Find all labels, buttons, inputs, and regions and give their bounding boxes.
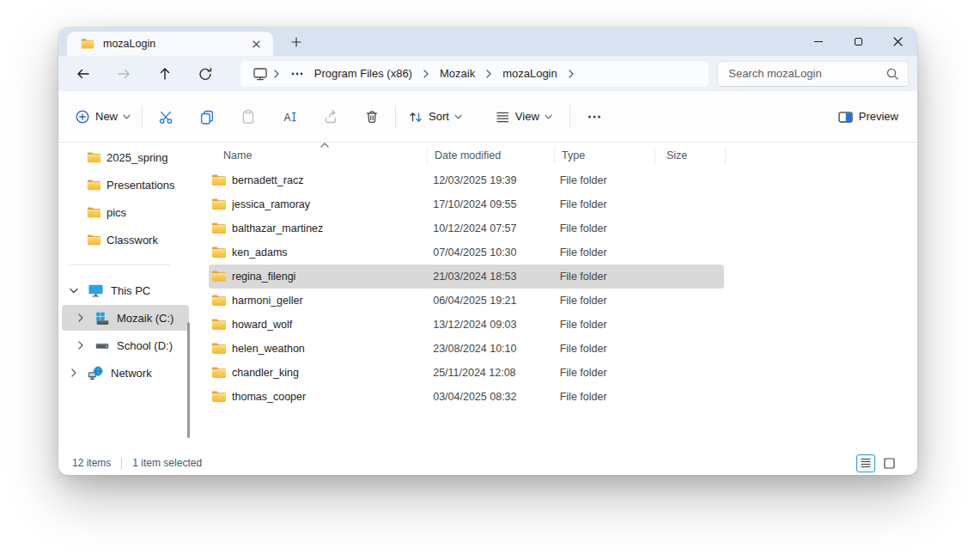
chevron-right-icon[interactable]: [74, 341, 88, 350]
file-row[interactable]: helen_weathon 23/08/2024 10:10 File fold…: [209, 337, 724, 361]
breadcrumb-item[interactable]: Mozaik: [435, 67, 480, 80]
sidebar-scrollbar[interactable]: [187, 322, 190, 438]
preview-button[interactable]: Preview: [831, 101, 898, 132]
refresh-icon: [198, 66, 213, 82]
file-row[interactable]: howard_wolf 13/12/2024 09:03 File folder: [209, 313, 724, 337]
view-button[interactable]: View: [488, 101, 559, 132]
sidebar-item-label: This PC: [111, 284, 150, 297]
tab-strip: mozaLogin: [58, 27, 917, 56]
search-input[interactable]: [728, 67, 886, 80]
minimize-button[interactable]: [799, 27, 838, 56]
forward-button[interactable]: [109, 59, 137, 88]
chevron-right-icon[interactable]: [417, 70, 435, 78]
sidebar-item-folder[interactable]: Presentations: [62, 172, 189, 198]
drive-c-icon: [94, 311, 110, 326]
file-row[interactable]: harmoni_geller 06/04/2025 19:21 File fol…: [209, 289, 724, 313]
back-button[interactable]: [69, 59, 97, 88]
details-view-button[interactable]: [856, 454, 875, 472]
search-icon[interactable]: [886, 67, 899, 81]
file-type: File folder: [553, 174, 654, 186]
clipboard-group: A: [149, 101, 389, 132]
share-button[interactable]: [313, 101, 348, 132]
back-icon: [76, 66, 91, 82]
this-pc-icon[interactable]: [253, 66, 268, 82]
explorer-tab[interactable]: mozaLogin: [67, 32, 273, 56]
copy-button[interactable]: [190, 101, 224, 132]
file-date-modified: 12/03/2025 19:39: [426, 174, 553, 186]
more-options-button[interactable]: [579, 101, 610, 132]
large-icons-view-icon: [884, 458, 895, 469]
file-row[interactable]: bernadett_racz 12/03/2025 19:39 File fol…: [209, 168, 724, 192]
chevron-right-icon[interactable]: [74, 314, 88, 322]
sort-icon: [408, 109, 423, 125]
new-button[interactable]: New: [71, 101, 142, 132]
file-type: File folder: [553, 319, 654, 331]
column-header-size[interactable]: Size: [654, 147, 726, 164]
sort-ascending-icon[interactable]: [320, 143, 329, 148]
file-rows: bernadett_racz 12/03/2025 19:39 File fol…: [209, 168, 724, 409]
file-row[interactable]: chandler_king 25/11/2024 12:08 File fold…: [209, 361, 724, 385]
column-header-type[interactable]: Type: [554, 147, 654, 164]
file-date-modified: 13/12/2024 09:03: [426, 319, 553, 331]
share-icon: [323, 109, 338, 125]
file-date-modified: 25/11/2024 12:08: [426, 367, 553, 379]
sidebar: 2025_spring Presentations pics: [58, 143, 196, 451]
file-name: helen_weathon: [232, 343, 426, 355]
toolbar-divider: [569, 106, 570, 128]
chevron-down-icon[interactable]: [67, 288, 81, 294]
chevron-right-icon[interactable]: [67, 368, 81, 377]
file-row[interactable]: balthazar_martinez 10/12/2024 07:57 File…: [209, 216, 724, 240]
sidebar-item-label: School (D:): [117, 339, 173, 352]
file-date-modified: 07/04/2025 10:30: [426, 247, 553, 259]
maximize-button[interactable]: [838, 27, 878, 56]
close-button[interactable]: [878, 27, 917, 56]
file-date-modified: 03/04/2025 08:32: [426, 391, 553, 403]
preview-label: Preview: [859, 110, 898, 123]
file-type: File folder: [553, 247, 654, 259]
delete-icon: [364, 109, 380, 125]
rename-button[interactable]: A: [272, 101, 307, 132]
cut-button[interactable]: [149, 101, 183, 132]
breadcrumb-overflow-icon[interactable]: [285, 72, 309, 76]
new-tab-button[interactable]: [285, 31, 307, 53]
view-icon: [495, 109, 510, 125]
sidebar-item-label: 2025_spring: [107, 151, 168, 164]
tab-close-icon[interactable]: [247, 35, 265, 52]
file-row[interactable]: jessica_ramoray 17/10/2024 09:55 File fo…: [209, 192, 724, 216]
file-row[interactable]: thomas_cooper 03/04/2025 08:32 File fold…: [209, 385, 724, 409]
up-button[interactable]: [150, 59, 179, 88]
file-name: harmoni_geller: [232, 295, 426, 307]
sidebar-item-folder[interactable]: 2025_spring: [62, 144, 189, 170]
chevron-down-icon: [123, 114, 131, 119]
breadcrumb-item[interactable]: mozaLogin: [497, 67, 563, 80]
chevron-right-icon[interactable]: [480, 70, 497, 78]
paste-button[interactable]: [231, 101, 265, 132]
search-box[interactable]: [717, 61, 909, 87]
sidebar-item-folder[interactable]: Classwork: [62, 227, 189, 253]
close-icon: [893, 37, 903, 46]
file-row[interactable]: regina_filengi 21/03/2024 18:53 File fol…: [209, 265, 724, 289]
column-header-date-modified[interactable]: Date modified: [427, 147, 554, 164]
folder-icon: [211, 270, 227, 283]
sidebar-item-folder[interactable]: pics: [62, 199, 189, 225]
chevron-down-icon: [454, 114, 462, 119]
breadcrumb-item[interactable]: Program Files (x86): [309, 67, 417, 80]
delete-button[interactable]: [355, 101, 389, 132]
sidebar-item-network[interactable]: Network: [62, 360, 189, 386]
up-icon: [157, 66, 173, 82]
sort-label: Sort: [429, 110, 449, 123]
file-name: howard_wolf: [232, 319, 426, 331]
paste-icon: [240, 109, 256, 125]
large-icons-view-button[interactable]: [880, 454, 898, 472]
sidebar-item-this-pc[interactable]: This PC: [62, 277, 189, 303]
sidebar-item-drive-c[interactable]: Mozaik (C:): [62, 305, 189, 331]
refresh-button[interactable]: [191, 59, 219, 88]
chevron-right-icon[interactable]: [563, 70, 580, 78]
sort-button[interactable]: Sort: [401, 101, 469, 132]
sidebar-item-drive-d[interactable]: School (D:): [62, 332, 189, 358]
file-name: thomas_cooper: [232, 391, 426, 403]
file-row[interactable]: ken_adams 07/04/2025 10:30 File folder: [209, 240, 724, 265]
folder-icon: [87, 179, 101, 192]
column-header-name[interactable]: Name: [209, 147, 427, 164]
minimize-icon: [814, 41, 823, 42]
